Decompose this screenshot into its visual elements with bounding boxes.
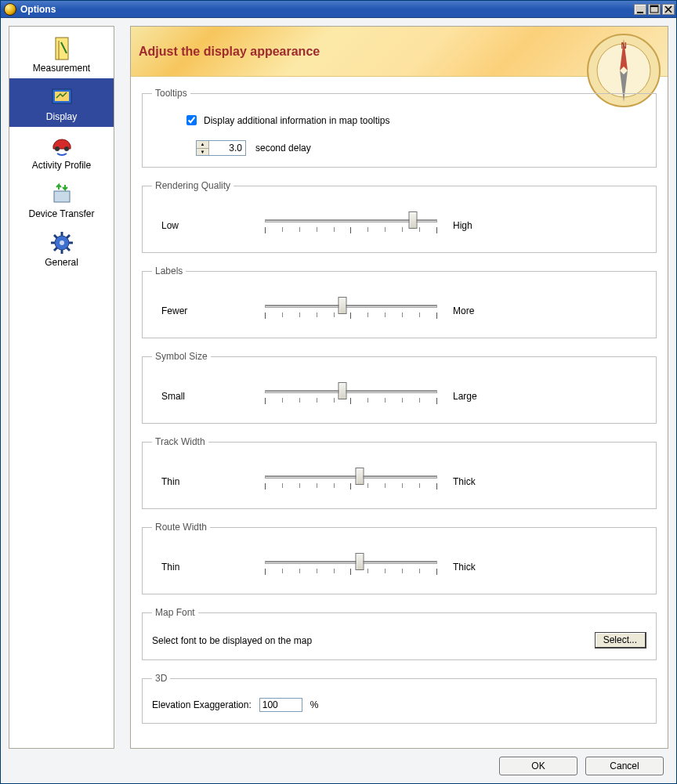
slider-low-label: Small (155, 391, 265, 402)
elevation-input[interactable] (259, 698, 302, 712)
delay-spinner[interactable]: ▲ ▼ (196, 140, 246, 156)
group-legend: 3D (152, 673, 170, 684)
main-panel: Adjust the display appearance N Tooltips (130, 26, 668, 749)
delay-suffix: second delay (255, 143, 311, 154)
cancel-button[interactable]: Cancel (585, 757, 664, 775)
track-width-group: Track Width Thin Thick (142, 436, 657, 509)
svg-point-8 (64, 146, 69, 151)
svg-line-18 (67, 235, 70, 238)
slider-low-label: Fewer (155, 305, 265, 316)
client-area: Measurement Display Ac (1, 18, 676, 783)
slider-high-label: Thick (437, 476, 531, 487)
rendering-quality-group: Rendering Quality Low High (142, 180, 657, 253)
tooltips-group: Tooltips Display additional information … (142, 88, 657, 168)
sidebar-item-label: Activity Profile (32, 160, 91, 171)
map-font-desc: Select font to be displayed on the map (152, 635, 312, 646)
slider-high-label: Thick (437, 562, 531, 573)
threeD-group: 3D Elevation Exaggeration: % (142, 673, 657, 724)
group-legend: Labels (152, 266, 186, 276)
display-icon (49, 85, 74, 110)
slider-high-label: High (437, 220, 531, 231)
svg-point-7 (55, 146, 60, 151)
sidebar: Measurement Display Ac (9, 26, 114, 749)
sidebar-item-display[interactable]: Display (9, 78, 114, 127)
transfer-icon (49, 182, 74, 207)
route-width-group: Route Width Thin Thick (142, 522, 657, 594)
svg-line-17 (67, 247, 70, 251)
labels-slider[interactable] (265, 295, 437, 327)
symbol-size-slider[interactable] (265, 381, 437, 412)
svg-marker-22 (620, 39, 628, 70)
rendering-quality-slider[interactable] (265, 210, 437, 241)
car-icon (49, 133, 74, 158)
group-legend: Rendering Quality (152, 180, 234, 191)
tooltips-checkbox[interactable] (186, 115, 197, 125)
sidebar-item-activity-profile[interactable]: Activity Profile (9, 127, 114, 175)
svg-text:N: N (621, 42, 626, 50)
sidebar-item-label: Device Transfer (28, 208, 94, 219)
slider-high-label: More (437, 305, 531, 316)
minimize-button[interactable] (634, 4, 646, 15)
route-width-slider[interactable] (265, 551, 437, 583)
maximize-button[interactable] (648, 4, 661, 15)
svg-line-16 (54, 235, 57, 238)
page-heading: Adjust the display appearance (139, 45, 320, 59)
group-legend: Symbol Size (152, 351, 211, 362)
window-title: Options (20, 4, 632, 15)
slider-low-label: Low (155, 220, 265, 231)
elevation-label: Elevation Exaggeration: (152, 699, 252, 710)
slider-high-label: Large (437, 391, 531, 402)
app-icon (4, 3, 16, 16)
svg-rect-2 (650, 5, 658, 7)
symbol-size-group: Symbol Size Small Large (142, 351, 657, 424)
sidebar-item-label: Measurement (33, 63, 90, 74)
sidebar-item-label: General (45, 257, 78, 268)
delay-input[interactable] (209, 141, 245, 155)
labels-group: Labels Fewer More (142, 266, 657, 338)
spin-up-icon[interactable]: ▲ (197, 141, 208, 149)
group-legend: Map Font (152, 607, 198, 618)
sidebar-item-label: Display (46, 111, 77, 122)
group-legend: Track Width (152, 436, 208, 447)
svg-point-11 (60, 240, 64, 245)
gear-icon (49, 230, 74, 255)
options-window: Options Measur (0, 0, 677, 784)
ok-button[interactable]: OK (499, 757, 577, 775)
banner: Adjust the display appearance N (131, 27, 668, 77)
slider-low-label: Thin (155, 562, 265, 573)
dialog-footer: OK Cancel (9, 749, 668, 783)
group-legend: Tooltips (152, 88, 190, 99)
titlebar: Options (1, 1, 676, 18)
window-buttons (632, 4, 675, 15)
group-legend: Route Width (152, 522, 210, 533)
svg-rect-3 (56, 38, 68, 60)
tooltips-checkbox-label: Display additional information in map to… (204, 115, 389, 126)
close-button[interactable] (662, 4, 675, 15)
map-font-group: Map Font Select font to be displayed on … (142, 607, 657, 660)
svg-rect-9 (54, 191, 70, 202)
track-width-slider[interactable] (265, 466, 437, 497)
sidebar-item-measurement[interactable]: Measurement (9, 30, 114, 78)
svg-rect-0 (637, 12, 643, 13)
spin-down-icon[interactable]: ▼ (197, 149, 208, 156)
slider-low-label: Thin (155, 476, 265, 487)
elevation-unit: % (310, 699, 319, 710)
ruler-icon (49, 36, 74, 61)
sidebar-item-general[interactable]: General (9, 224, 114, 273)
select-font-button[interactable]: Select... (595, 632, 646, 649)
svg-line-19 (54, 247, 57, 251)
sidebar-item-device-transfer[interactable]: Device Transfer (9, 175, 114, 224)
